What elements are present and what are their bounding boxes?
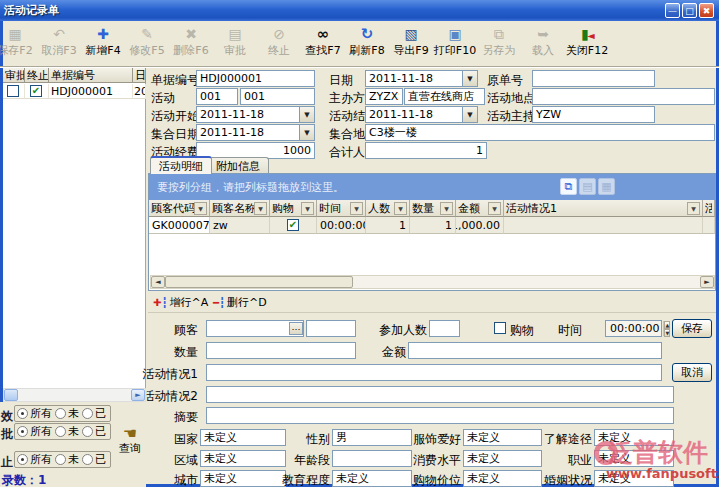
terminate-checkbox[interactable] — [30, 85, 42, 97]
grid-col-customer-code[interactable]: 顾客代码▼ — [149, 200, 210, 217]
marital-status-input[interactable] — [594, 470, 674, 487]
host-input[interactable] — [532, 106, 655, 123]
copy-icon[interactable]: ⧉ — [560, 178, 577, 195]
save-row-button[interactable]: 保存 — [672, 319, 712, 338]
grid-cell-time[interactable]: 00:00:00 — [317, 217, 366, 234]
toolbar-print-button[interactable]: ▣ 打印F10 — [433, 23, 477, 58]
entry-amount-input[interactable] — [408, 342, 662, 359]
filter-dropdown-icon[interactable]: ▼ — [394, 202, 407, 215]
assembly-place-input[interactable] — [365, 124, 715, 141]
grid-cell-customer-name[interactable]: zw — [210, 217, 270, 234]
list-hscrollbar[interactable]: ► — [3, 388, 146, 402]
grid-cell-shopping[interactable] — [270, 217, 317, 234]
customer-name-input[interactable] — [306, 320, 356, 337]
start-combo[interactable]: 2011-11-18 ▼ — [196, 106, 315, 123]
filter-dropdown-icon[interactable]: ▼ — [194, 202, 207, 215]
radio-done[interactable]: 已 — [82, 452, 106, 467]
grid-col-amount[interactable]: 金额▼ — [456, 200, 504, 217]
list-hscroll-right-arrow[interactable]: ► — [131, 389, 145, 401]
close-button[interactable]: ✖ — [699, 3, 714, 18]
tab-activity-detail[interactable]: 活动明细 — [150, 156, 212, 174]
organizer-code-input[interactable] — [365, 88, 403, 105]
grid-hscroll-left-arrow[interactable]: ◄ — [151, 276, 165, 288]
grid-col-people[interactable]: 人数▼ — [366, 200, 410, 217]
list-col-approve[interactable]: 审批 — [3, 68, 25, 83]
list-col-docno[interactable]: 单据编号 — [49, 68, 133, 83]
grid-col-situation2[interactable]: 活动情况2 — [703, 200, 715, 217]
grid-cell-people[interactable]: 1 — [366, 217, 410, 234]
grid-cell-situation1[interactable] — [504, 217, 703, 234]
grid-hscrollbar[interactable]: ◄ ► — [150, 275, 715, 289]
date-combo[interactable]: 2011-11-18 ▼ — [365, 70, 478, 87]
grid-hscroll-right-arrow[interactable]: ► — [700, 276, 714, 288]
entry-shopping-checkbox[interactable] — [494, 322, 506, 334]
chevron-down-icon[interactable]: ▼ — [462, 71, 477, 86]
organizer-name-input[interactable] — [404, 88, 485, 105]
doc-no-input[interactable] — [196, 70, 315, 87]
list-row-terminate-cell[interactable] — [25, 84, 49, 99]
cancel-row-button[interactable]: 取消 — [672, 363, 712, 382]
grid-hscroll-thumb[interactable] — [165, 276, 353, 288]
spin-down-icon[interactable]: ▼ — [664, 329, 670, 337]
situation2-input[interactable] — [206, 386, 674, 403]
grid-col-shopping[interactable]: 购物▼ — [270, 200, 317, 217]
delete-row-button[interactable]: ━┇ 删行^D — [213, 294, 267, 311]
grid-col-situation1[interactable]: 活动情况1▼ — [504, 200, 703, 217]
filter-dropdown-icon[interactable]: ▼ — [440, 202, 453, 215]
activity-code-input[interactable] — [196, 88, 238, 105]
radio-not[interactable]: 未 — [55, 406, 79, 421]
activity-name-input[interactable] — [240, 88, 315, 105]
toolbar-new-button[interactable]: ✚ 新增F4 — [81, 23, 125, 58]
situation1-input[interactable] — [206, 364, 662, 381]
customer-lookup-button[interactable]: … — [289, 322, 303, 335]
orig-no-input[interactable] — [532, 70, 655, 87]
toolbar-find-button[interactable]: ∞ 查找F7 — [301, 23, 345, 58]
time-spinner[interactable]: 00:00:00 ▲▼ — [605, 320, 662, 337]
add-row-button[interactable]: ✚┇ 增行^A — [153, 294, 208, 311]
grid-col-qty[interactable]: 数量▼ — [410, 200, 456, 217]
radio-all[interactable]: 所有 — [17, 406, 52, 421]
shopping-checkbox[interactable] — [287, 219, 299, 231]
entry-qty-input[interactable] — [206, 342, 356, 359]
spin-up-icon[interactable]: ▲ — [664, 321, 670, 329]
occupation-input[interactable] — [594, 450, 674, 467]
radio-not[interactable]: 未 — [55, 452, 79, 467]
location-input[interactable] — [532, 88, 715, 105]
toolbar-export-button[interactable]: ▧ 导出F9 — [389, 23, 433, 58]
channel-input[interactable] — [594, 429, 674, 446]
radio-all[interactable]: 所有 — [17, 452, 52, 467]
filter-dropdown-icon[interactable]: ▼ — [254, 202, 267, 215]
chevron-down-icon[interactable]: ▼ — [299, 125, 314, 140]
radio-done[interactable]: 已 — [82, 424, 106, 439]
list-col-terminate[interactable]: 终止 — [25, 68, 49, 83]
filter-dropdown-icon[interactable]: ▼ — [301, 202, 314, 215]
minimize-button[interactable]: — — [665, 3, 680, 18]
grid-cell-situation2[interactable] — [703, 217, 715, 234]
filter-dropdown-icon[interactable]: ▼ — [488, 202, 501, 215]
chevron-down-icon[interactable]: ▼ — [299, 107, 314, 122]
summary-input[interactable] — [206, 407, 674, 424]
list-hscroll-thumb[interactable] — [4, 389, 18, 401]
tab-extra-info[interactable]: 附加信息 — [207, 157, 269, 174]
grid-col-customer-name[interactable]: 顾客名称▼ — [210, 200, 270, 217]
filter-dropdown-icon[interactable]: ▼ — [687, 202, 700, 215]
end-combo[interactable]: 2011-11-18 ▼ — [365, 106, 478, 123]
list-col-date[interactable]: 日期 — [133, 68, 146, 83]
toolbar-close-button[interactable]: ▮◄ 关闭F12 — [565, 23, 609, 58]
list-row-date-cell[interactable]: 2011-11-18 — [133, 84, 146, 99]
grid-cell-amount[interactable]: 1,000.00 — [456, 217, 504, 234]
radio-done[interactable]: 已 — [82, 406, 106, 421]
radio-not[interactable]: 未 — [55, 424, 79, 439]
assembly-date-combo[interactable]: 2011-11-18 ▼ — [196, 124, 315, 141]
list-row-docno-cell[interactable]: HDJ000001 — [49, 84, 133, 99]
list-row-approve-cell[interactable] — [3, 84, 25, 99]
participants-input[interactable] — [429, 320, 460, 337]
filter-dropdown-icon[interactable]: ▼ — [350, 202, 363, 215]
radio-all[interactable]: 所有 — [17, 424, 52, 439]
grid-cell-customer-code[interactable]: GK000007 — [149, 217, 210, 234]
approve-checkbox[interactable] — [7, 85, 19, 97]
maximize-button[interactable]: □ — [682, 3, 697, 18]
grid-cell-qty[interactable]: 1 — [410, 217, 456, 234]
toolbar-refresh-button[interactable]: ↻ 刷新F8 — [345, 23, 389, 58]
grid-col-time[interactable]: 时间▼ — [317, 200, 366, 217]
